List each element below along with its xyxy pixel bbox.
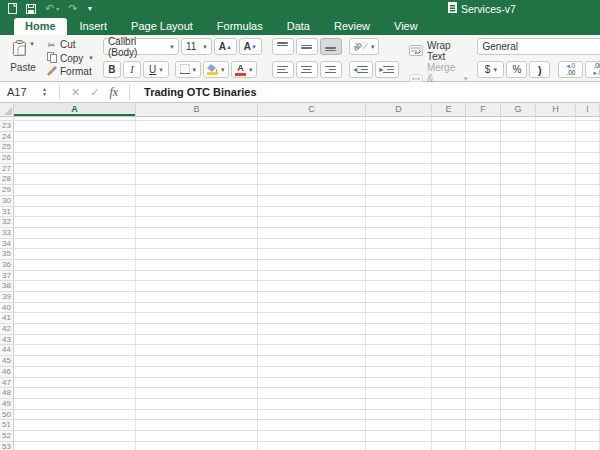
cell-h32[interactable] (536, 217, 576, 227)
tab-formulas[interactable]: Formulas (206, 18, 274, 35)
cell-b49[interactable] (136, 399, 258, 409)
cell-c50[interactable] (258, 410, 366, 420)
cell-e35[interactable] (432, 249, 466, 259)
cell-c46[interactable] (258, 367, 366, 377)
fill-color-button[interactable]: ▾ (203, 61, 229, 78)
cell-i39[interactable] (576, 292, 600, 302)
cell-h40[interactable] (536, 303, 576, 313)
cell-h33[interactable] (536, 228, 576, 238)
cell-i29[interactable] (576, 185, 600, 195)
cell-h34[interactable] (536, 239, 576, 249)
cell-i36[interactable] (576, 260, 600, 270)
cell-c37[interactable] (258, 271, 366, 281)
cell-f53[interactable] (466, 442, 501, 450)
cell-b25[interactable] (136, 142, 258, 152)
tab-view[interactable]: View (383, 18, 429, 35)
cell-a31[interactable] (14, 207, 136, 217)
cell-f26[interactable] (466, 153, 501, 163)
decrease-font-size-button[interactable]: A▼ (239, 38, 262, 55)
row-header-49[interactable]: 49 (0, 399, 14, 409)
cell-b27[interactable] (136, 164, 258, 174)
cell-c38[interactable] (258, 281, 366, 291)
cell-b46[interactable] (136, 367, 258, 377)
cell-e48[interactable] (432, 388, 466, 398)
column-header-g[interactable]: G (501, 103, 536, 117)
row-header-27[interactable]: 27 (0, 164, 14, 174)
cell-e44[interactable] (432, 345, 466, 355)
cell-c40[interactable] (258, 303, 366, 313)
cell-e45[interactable] (432, 356, 466, 366)
row-header-24[interactable]: 24 (0, 132, 14, 142)
cell-f24[interactable] (466, 132, 501, 142)
format-button[interactable]: Format (46, 65, 93, 78)
redo-icon[interactable]: ↷ (68, 3, 77, 14)
cell-i23[interactable] (576, 121, 600, 131)
cell-d37[interactable] (366, 271, 432, 281)
cell-g30[interactable] (501, 196, 536, 206)
cell-i45[interactable] (576, 356, 600, 366)
font-color-button[interactable]: A ▾ (231, 61, 257, 78)
cell-b47[interactable] (136, 378, 258, 388)
cell-c35[interactable] (258, 249, 366, 259)
cell-c22[interactable] (258, 117, 366, 120)
cell-f41[interactable] (466, 313, 501, 323)
cell-d41[interactable] (366, 313, 432, 323)
row-header-29[interactable]: 29 (0, 185, 14, 195)
cancel-icon[interactable]: ✕ (71, 86, 80, 99)
cell-e46[interactable] (432, 367, 466, 377)
cell-d31[interactable] (366, 207, 432, 217)
column-header-d[interactable]: D (366, 103, 432, 117)
row-header-46[interactable]: 46 (0, 367, 14, 377)
cell-b45[interactable] (136, 356, 258, 366)
cell-e25[interactable] (432, 142, 466, 152)
cell-g51[interactable] (501, 420, 536, 430)
row-header-40[interactable]: 40 (0, 303, 14, 313)
cell-b38[interactable] (136, 281, 258, 291)
cell-d42[interactable] (366, 324, 432, 334)
cell-e36[interactable] (432, 260, 466, 270)
cell-f43[interactable] (466, 335, 501, 345)
row-header-39[interactable]: 39 (0, 292, 14, 302)
cell-c29[interactable] (258, 185, 366, 195)
cell-d33[interactable] (366, 228, 432, 238)
cell-b41[interactable] (136, 313, 258, 323)
cell-a49[interactable] (14, 399, 136, 409)
cell-i34[interactable] (576, 239, 600, 249)
cell-a34[interactable] (14, 239, 136, 249)
cell-a33[interactable] (14, 228, 136, 238)
cell-g23[interactable] (501, 121, 536, 131)
cell-e40[interactable] (432, 303, 466, 313)
cell-b39[interactable] (136, 292, 258, 302)
cell-f40[interactable] (466, 303, 501, 313)
cell-b28[interactable] (136, 174, 258, 184)
decrease-indent-button[interactable]: ◂ (349, 61, 373, 78)
cell-f33[interactable] (466, 228, 501, 238)
cell-h51[interactable] (536, 420, 576, 430)
cell-f49[interactable] (466, 399, 501, 409)
cell-a46[interactable] (14, 367, 136, 377)
paste-dropdown-icon[interactable]: ▾ (30, 40, 34, 48)
cell-i37[interactable] (576, 271, 600, 281)
cell-i27[interactable] (576, 164, 600, 174)
cell-c49[interactable] (258, 399, 366, 409)
cell-d49[interactable] (366, 399, 432, 409)
cell-g46[interactable] (501, 367, 536, 377)
cell-d39[interactable] (366, 292, 432, 302)
percent-format-button[interactable]: % (506, 61, 527, 78)
insert-function-icon[interactable]: fx (109, 85, 118, 100)
cell-h53[interactable] (536, 442, 576, 450)
cell-i52[interactable] (576, 431, 600, 441)
cell-b35[interactable] (136, 249, 258, 259)
undo-icon[interactable]: ↶▾ (45, 3, 59, 14)
cell-b32[interactable] (136, 217, 258, 227)
cell-g49[interactable] (501, 399, 536, 409)
cell-f23[interactable] (466, 121, 501, 131)
cell-d52[interactable] (366, 431, 432, 441)
tab-home[interactable]: Home (14, 18, 67, 35)
column-header-h[interactable]: H (536, 103, 576, 117)
cell-e38[interactable] (432, 281, 466, 291)
row-header-30[interactable]: 30 (0, 196, 14, 206)
cell-e51[interactable] (432, 420, 466, 430)
cell-d24[interactable] (366, 132, 432, 142)
cell-g37[interactable] (501, 271, 536, 281)
